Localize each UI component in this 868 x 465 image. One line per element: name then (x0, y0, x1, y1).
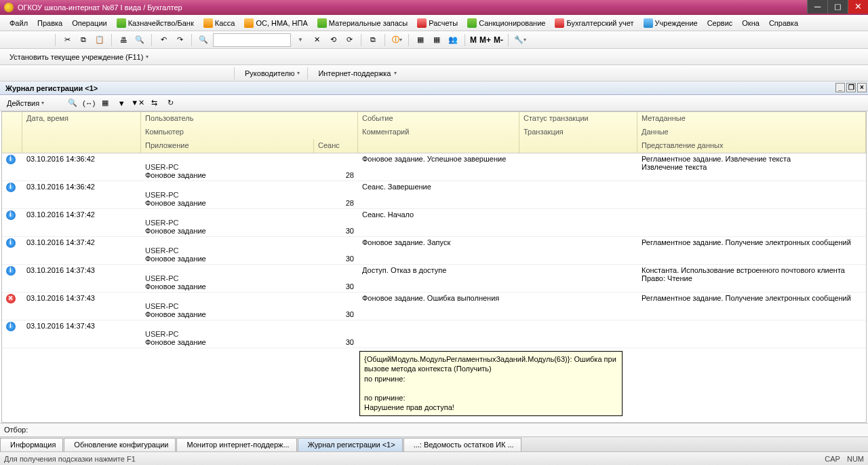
rpt-5[interactable] (69, 67, 83, 80)
redo-button[interactable]: ↷ (173, 33, 186, 47)
doc-close[interactable]: × (857, 83, 867, 92)
table-row[interactable]: 03.10.2016 14:37:43 USER-PCФоновое задан… (2, 293, 866, 320)
rpt-14[interactable] (216, 67, 229, 80)
maximize-button[interactable]: ◻ (827, 0, 848, 14)
doc-restore[interactable]: ❐ (846, 83, 856, 92)
copy-button[interactable]: ⧉ (77, 33, 90, 47)
act-view[interactable]: 🔍 (66, 96, 79, 110)
calendar-button[interactable]: ▦ (414, 33, 427, 47)
menu-calc[interactable]: Расчеты (413, 16, 462, 30)
m-button[interactable]: М (470, 35, 477, 45)
menu-help[interactable]: Справка (765, 17, 802, 29)
log-grid: Дата, время Пользователь Событие Статус … (1, 111, 867, 423)
col-trans[interactable]: Транзакция (519, 126, 637, 139)
menu-edit[interactable]: Правка (33, 17, 66, 29)
close-button[interactable]: ✕ (848, 0, 868, 14)
menu-org[interactable]: Учреждение (639, 16, 702, 30)
col-session[interactable]: Сеанс (314, 139, 358, 153)
rpt-8[interactable] (118, 67, 132, 80)
menu-materials[interactable]: Материальные запасы (313, 16, 412, 30)
act-refresh[interactable]: ↻ (163, 96, 177, 110)
cut-button[interactable]: ✂ (60, 33, 74, 47)
menu-windows[interactable]: Окна (738, 17, 764, 29)
menu-sanction[interactable]: Санкционирование (463, 16, 549, 30)
doc-minimize[interactable]: _ (835, 83, 845, 92)
table-row[interactable]: 03.10.2016 14:37:43 USER-PCФоновое задан… (2, 265, 866, 293)
tab-journal[interactable]: Журнал регистрации <1> (298, 438, 403, 451)
preview-button[interactable]: 🔍 (133, 33, 146, 47)
search-prev[interactable]: ⟲ (326, 33, 340, 47)
menu-service[interactable]: Сервис (703, 17, 737, 29)
rpt-10[interactable] (151, 67, 164, 80)
calc-button[interactable]: ▦ (430, 33, 443, 47)
org-toolbar: Установить текущее учреждение (F11) ▾ (0, 49, 868, 65)
rpt-13[interactable] (199, 67, 213, 80)
save-button[interactable] (37, 33, 50, 47)
col-app[interactable]: Приложение (141, 139, 314, 153)
menu-accounting[interactable]: Бухгалтерский учет (551, 16, 637, 30)
help-button[interactable]: ⓘ▾ (390, 33, 403, 47)
manager-menu[interactable]: Руководителю▾ (239, 68, 302, 79)
minimize-button[interactable]: ─ (807, 0, 827, 14)
menu-treasury[interactable]: Казначейство/Банк (113, 16, 198, 30)
tab-monitor[interactable]: Монитор интернет-поддерж... (176, 438, 296, 451)
rpt-1[interactable] (4, 67, 18, 80)
act-range[interactable]: (↔) (82, 96, 96, 110)
table-row[interactable]: 03.10.2016 14:37:43 USER-PCФоновое задан… (2, 320, 866, 348)
tab-info[interactable]: Информация (0, 438, 63, 451)
rpt-9[interactable] (134, 67, 148, 80)
act-filter-clear[interactable]: ▼✕ (131, 96, 144, 110)
set-current-org[interactable]: Установить текущее учреждение (F11) ▾ (4, 52, 151, 62)
menu-cash[interactable]: Касса (199, 16, 239, 30)
act-filter[interactable]: ▦ (98, 96, 112, 110)
search-next[interactable]: ⟳ (342, 33, 356, 47)
copy2-button[interactable]: ⧉ (366, 33, 380, 47)
table-row[interactable]: 03.10.2016 14:37:42 USER-PCФоновое задан… (2, 237, 866, 265)
search-dd[interactable]: ▼ (294, 33, 307, 47)
col-meta[interactable]: Метаданные (637, 112, 866, 126)
col-user[interactable]: Пользователь (141, 112, 358, 126)
table-row[interactable]: 03.10.2016 14:36:42 USER-PCФоновое задан… (2, 153, 866, 181)
act-filter2[interactable]: ▼ (115, 96, 128, 110)
org-icon (644, 18, 653, 28)
tab-update[interactable]: Обновление конфигурации (64, 438, 176, 451)
rpt-7[interactable] (102, 67, 115, 80)
undo-button[interactable]: ↶ (157, 33, 170, 47)
paste-button[interactable]: 📋 (93, 33, 106, 47)
new-button[interactable] (4, 33, 18, 47)
table-row[interactable]: 03.10.2016 14:37:42 USER-PCФоновое задан… (2, 209, 866, 237)
col-trans-status[interactable]: Статус транзакции (519, 112, 637, 126)
rpt-12[interactable] (183, 67, 197, 80)
rpt-6[interactable] (85, 67, 99, 80)
col-computer[interactable]: Компьютер (141, 126, 358, 139)
mplus-button[interactable]: М+ (479, 35, 491, 45)
search-input[interactable] (213, 33, 291, 47)
col-event[interactable]: Событие (358, 112, 519, 126)
actions-menu[interactable]: Действия▾ (4, 98, 47, 109)
tab-balance[interactable]: ...: Ведомость остатков ИК ... (403, 438, 521, 451)
rpt-11[interactable] (167, 67, 180, 80)
col-data-view[interactable]: Представление данных (637, 139, 866, 153)
status-num: NUM (847, 455, 864, 463)
menu-operations[interactable]: Операции (68, 17, 111, 29)
table-row[interactable]: 03.10.2016 14:36:42 USER-PCФоновое задан… (2, 181, 866, 209)
rpt-3[interactable] (37, 67, 50, 80)
link-button[interactable]: 👥 (446, 33, 460, 47)
act-tree[interactable]: ⇆ (147, 96, 161, 110)
search-clear[interactable]: ✕ (310, 33, 323, 47)
support-menu[interactable]: Интернет-поддержка▾ (313, 68, 399, 79)
col-icon[interactable] (2, 112, 22, 126)
rpt-2[interactable] (20, 67, 34, 80)
open-button[interactable] (20, 33, 34, 47)
zoom-button[interactable]: 🔍 (197, 33, 210, 47)
mminus-button[interactable]: М- (494, 35, 503, 45)
col-date[interactable]: Дата, время (22, 112, 141, 126)
rpt-4[interactable] (53, 67, 66, 80)
wrench-button[interactable]: 🔧▾ (513, 33, 527, 47)
row-date: 03.10.2016 14:37:43 (22, 265, 141, 292)
act-open[interactable] (50, 96, 63, 110)
col-data[interactable]: Данные (637, 126, 866, 139)
menu-file[interactable]: Файл (5, 17, 32, 29)
menu-os[interactable]: ОС, НМА, НПА (240, 16, 311, 30)
print-button[interactable]: 🖶 (117, 33, 130, 47)
